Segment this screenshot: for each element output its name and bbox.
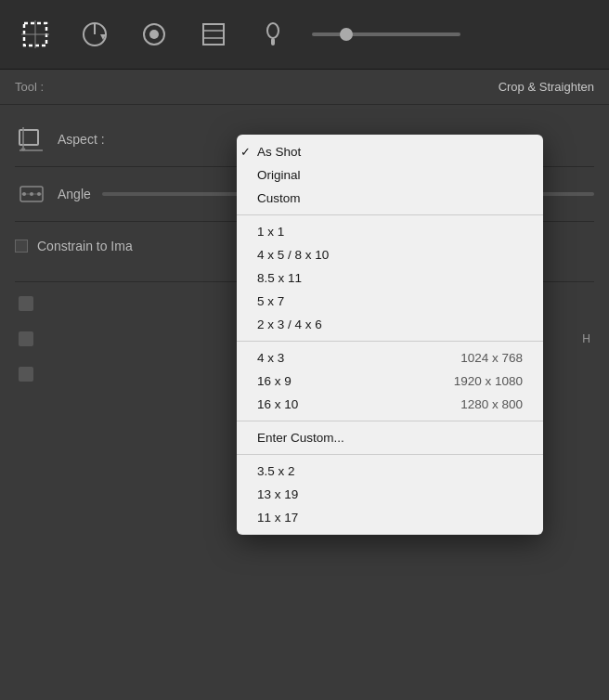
dropdown-right-16x9: 1920 x 1080: [454, 374, 523, 388]
svg-rect-8: [203, 24, 224, 45]
bottom-label: H: [582, 332, 590, 345]
dropdown-label-original: Original: [257, 168, 301, 182]
aspect-label: Aspect :: [58, 132, 105, 147]
dropdown-label-custom: Custom: [257, 191, 301, 205]
dropdown-item-4x3[interactable]: 4 x 3 1024 x 768: [237, 346, 543, 369]
angle-icon: [15, 177, 48, 211]
redeye-tool-icon[interactable]: [134, 14, 175, 55]
toolbar: [0, 0, 609, 70]
dropdown-item-3x2[interactable]: 3.5 x 2: [237, 460, 543, 483]
aspect-icon: [15, 123, 48, 156]
dropdown-item-original[interactable]: Original: [237, 163, 543, 187]
svg-point-22: [37, 192, 41, 196]
bottom-btn-2[interactable]: [19, 331, 33, 346]
angle-label: Angle: [58, 187, 91, 201]
dropdown-item-13x19[interactable]: 13 x 19: [237, 483, 543, 506]
dropdown-item-custom[interactable]: Custom: [237, 187, 543, 210]
dropdown-item-as-shot[interactable]: ✓ As Shot: [237, 140, 543, 163]
dropdown-label-enter-custom: Enter Custom...: [257, 431, 344, 445]
dropdown-label-4x3: 4 x 3: [257, 351, 284, 365]
dropdown-label-11x17: 11 x 17: [257, 511, 298, 525]
dropdown-sep-3: [237, 421, 543, 421]
dropdown-label-2x3: 2 x 3 / 4 x 6: [257, 318, 322, 331]
tool-value: Crop & Straighten: [499, 80, 594, 94]
dropdown-label-16x10: 16 x 10: [257, 397, 298, 411]
bottom-btn-1[interactable]: [19, 296, 33, 311]
dropdown-label-16x9: 16 x 9: [257, 374, 292, 388]
graduated-filter-icon[interactable]: [193, 14, 234, 55]
dropdown-label-3x2: 3.5 x 2: [257, 464, 295, 478]
dropdown-item-enter-custom[interactable]: Enter Custom...: [237, 426, 543, 449]
svg-rect-12: [271, 38, 275, 45]
svg-point-11: [267, 23, 279, 38]
dropdown-sep-2: [237, 341, 543, 342]
svg-rect-13: [19, 130, 38, 145]
tool-label-bar: Tool : Crop & Straighten: [0, 70, 609, 105]
constrain-checkbox[interactable]: [15, 240, 28, 253]
dropdown-item-16x10[interactable]: 16 x 10 1280 x 800: [237, 393, 543, 416]
adjustment-brush-icon[interactable]: [253, 14, 293, 55]
dropdown-label-4x5: 4 x 5 / 8 x 10: [257, 248, 329, 262]
dropdown-sep-1: [237, 214, 543, 215]
svg-point-7: [149, 30, 159, 39]
dropdown-right-16x10: 1280 x 800: [460, 397, 523, 411]
dropdown-label-as-shot: As Shot: [257, 145, 301, 159]
dropdown-item-4x5[interactable]: 4 x 5 / 8 x 10: [237, 243, 543, 266]
constrain-label: Constrain to Ima: [37, 239, 133, 253]
dropdown-sep-4: [237, 454, 543, 455]
dropdown-item-1x1[interactable]: 1 x 1: [237, 220, 543, 243]
dropdown-label-1x1: 1 x 1: [257, 225, 284, 239]
dropdown-right-4x3: 1024 x 768: [460, 351, 523, 365]
dropdown-label-13x19: 13 x 19: [257, 487, 298, 501]
bottom-btn-3[interactable]: [19, 367, 33, 382]
heal-tool-icon[interactable]: [74, 14, 115, 55]
dropdown-item-11x17[interactable]: 11 x 17: [237, 506, 543, 529]
aspect-dropdown: ✓ As Shot Original Custom 1 x 1 4 x 5 / …: [237, 135, 543, 535]
dropdown-item-8x11[interactable]: 8.5 x 11: [237, 266, 543, 290]
dropdown-item-5x7[interactable]: 5 x 7: [237, 290, 543, 313]
svg-point-20: [22, 192, 26, 196]
dropdown-item-16x9[interactable]: 16 x 9 1920 x 1080: [237, 369, 543, 393]
dropdown-item-2x3[interactable]: 2 x 3 / 4 x 6: [237, 313, 543, 336]
dropdown-label-8x11: 8.5 x 11: [257, 271, 302, 285]
tool-label: Tool :: [15, 80, 44, 94]
svg-point-21: [30, 192, 33, 196]
check-mark-as-shot: ✓: [240, 145, 257, 159]
tool-slider[interactable]: [312, 32, 594, 36]
crop-tool-icon[interactable]: [15, 14, 56, 55]
dropdown-label-5x7: 5 x 7: [257, 294, 284, 308]
